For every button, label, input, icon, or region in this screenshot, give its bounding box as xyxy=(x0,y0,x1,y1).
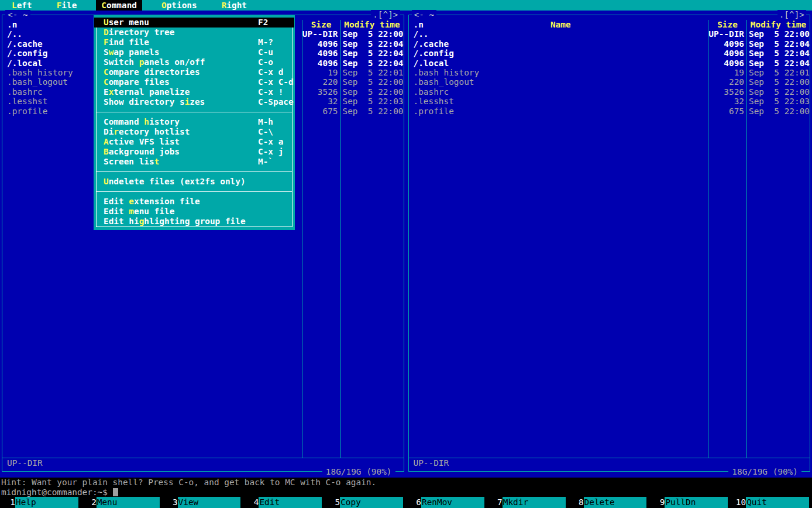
history-back-icon[interactable]: <- xyxy=(414,10,424,19)
fkey-menu[interactable]: 2Menu xyxy=(81,497,163,508)
fkey-quit[interactable]: 10Quit xyxy=(731,497,812,508)
file-row[interactable]: .bash_history19Sep 5 22:01 xyxy=(409,68,810,77)
cursor xyxy=(113,488,118,496)
menu-item-directory-tree[interactable]: Directory tree xyxy=(97,28,292,37)
mini-status: UP--DIR xyxy=(409,458,810,468)
right-panel: <- ~ .[^]> .nName Size Modify time /..UP… xyxy=(408,15,811,472)
menu-item-edit-highlighting-group-file[interactable]: Edit highlighting group file xyxy=(97,217,292,226)
menu-item-find-file[interactable]: Find fileM-? xyxy=(97,37,292,47)
hint-line: Hint: Want your plain shell? Press C-o, … xyxy=(0,478,812,488)
menu-item-user-menu[interactable]: User menuF2 xyxy=(94,18,294,28)
file-row[interactable]: .bash_logout220Sep 5 22:00 xyxy=(409,77,810,87)
menu-item-undelete-files[interactable]: Undelete files (ext2fs only) xyxy=(97,177,292,187)
menu-item-compare-directories[interactable]: Compare directoriesC-x d xyxy=(97,67,292,77)
menu-file[interactable]: File xyxy=(51,0,82,11)
sort-indicator: .n xyxy=(7,20,17,29)
menu-left[interactable]: Left xyxy=(6,0,37,11)
left-panel-controls[interactable]: .[^]> xyxy=(371,10,400,19)
fkey-view[interactable]: 3View xyxy=(163,497,244,508)
function-key-bar: 1Help 2Menu 3View 4Edit 5Copy 6RenMov 7M… xyxy=(0,497,812,508)
right-column-headers: .nName Size Modify time xyxy=(409,20,810,29)
right-panel-path[interactable]: <- ~ xyxy=(412,10,437,19)
menu-item-background-jobs[interactable]: Background jobsC-x j xyxy=(97,147,292,157)
command-menu-dropdown: User menuF2 Directory tree Find fileM-? … xyxy=(94,15,295,230)
menu-item-directory-hotlist[interactable]: Directory hotlistC-\ xyxy=(97,127,292,137)
fkey-help[interactable]: 1Help xyxy=(0,497,81,508)
menu-item-switch-panels[interactable]: Switch panels on/offC-o xyxy=(97,57,292,67)
shell-prompt: midnight@commander:~$ xyxy=(1,488,108,497)
file-row[interactable]: /.local4096Sep 5 22:04 xyxy=(409,59,810,68)
column-mtime[interactable]: Modify time xyxy=(340,20,404,29)
free-space: 18G/19G (90%) xyxy=(728,467,801,476)
menu-separator xyxy=(97,167,292,177)
file-row[interactable]: .bashrc3526Sep 5 22:00 xyxy=(409,87,810,97)
column-mtime[interactable]: Modify time xyxy=(746,20,810,29)
menu-separator xyxy=(97,187,292,197)
panel-empty-space xyxy=(409,116,810,458)
fkey-delete[interactable]: 8Delete xyxy=(569,497,650,508)
menu-item-show-directory-sizes[interactable]: Show directory sizesC-Space xyxy=(97,97,292,107)
fkey-pulldn[interactable]: 9PullDn xyxy=(649,497,731,508)
menu-item-edit-extension-file[interactable]: Edit extension file xyxy=(97,197,292,207)
menu-item-edit-menu-file[interactable]: Edit menu file xyxy=(97,207,292,217)
fkey-mkdir[interactable]: 7Mkdir xyxy=(487,497,569,508)
history-back-icon[interactable]: <- xyxy=(8,10,18,19)
fkey-renmov[interactable]: 6RenMov xyxy=(406,497,487,508)
fkey-edit[interactable]: 4Edit xyxy=(243,497,325,508)
file-row[interactable]: /.cache4096Sep 5 22:04 xyxy=(409,39,810,49)
menu-right[interactable]: Right xyxy=(216,0,252,11)
menu-item-swap-panels[interactable]: Swap panelsC-u xyxy=(97,47,292,57)
command-line[interactable]: midnight@commander:~$ xyxy=(0,488,812,497)
menu-item-command-history[interactable]: Command historyM-h xyxy=(97,117,292,127)
menu-item-screen-list[interactable]: Screen listM-` xyxy=(97,157,292,167)
file-row[interactable]: .lesshst32Sep 5 22:03 xyxy=(409,97,810,106)
menu-command[interactable]: Command xyxy=(96,0,142,11)
menu-options[interactable]: Options xyxy=(156,0,202,11)
column-name[interactable]: Name xyxy=(414,20,708,29)
file-row[interactable]: .profile675Sep 5 22:00 xyxy=(409,107,810,116)
midnight-commander-screen: Left File Command Options Right <- ~ .[^… xyxy=(0,0,812,508)
menu-item-external-panelize[interactable]: External panelizeC-x ! xyxy=(97,87,292,97)
file-row[interactable]: /.config4096Sep 5 22:04 xyxy=(409,49,810,58)
menu-separator xyxy=(97,107,292,117)
column-size[interactable]: Size xyxy=(708,20,746,29)
menu-bar: Left File Command Options Right xyxy=(0,0,812,11)
mini-status: UP--DIR xyxy=(2,458,404,468)
right-panel-controls[interactable]: .[^]> xyxy=(777,10,806,19)
file-row[interactable]: /..UP--DIRSep 5 22:00 xyxy=(409,29,810,39)
column-size[interactable]: Size xyxy=(302,20,340,29)
sort-indicator: .n xyxy=(414,20,424,29)
fkey-copy[interactable]: 5Copy xyxy=(325,497,406,508)
menu-item-active-vfs-list[interactable]: Active VFS listC-x a xyxy=(97,137,292,147)
left-panel-path[interactable]: <- ~ xyxy=(5,10,30,19)
menu-item-compare-files[interactable]: Compare filesC-x C-d xyxy=(97,77,292,87)
free-space: 18G/19G (90%) xyxy=(322,467,395,476)
